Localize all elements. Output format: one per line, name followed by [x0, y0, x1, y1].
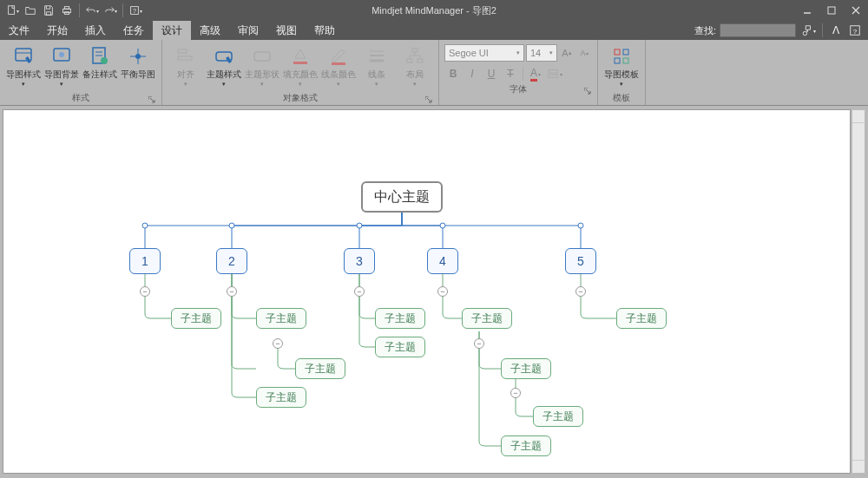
objformat-dialog-launcher[interactable]	[424, 95, 433, 104]
svg-rect-41	[615, 58, 620, 63]
svg-rect-26	[178, 56, 192, 60]
sub-topic[interactable]: 子主题	[375, 337, 425, 357]
print-icon[interactable]	[58, 2, 76, 19]
ribbon-group-font: Segoe UI▾ 14▾ A▴ A▾ B I U T A▾ ▾ 字体	[439, 40, 598, 105]
svg-rect-35	[407, 59, 412, 62]
svg-rect-25	[178, 49, 187, 53]
menu-help[interactable]: 帮助	[306, 21, 344, 40]
menu-insert[interactable]: 插入	[76, 21, 115, 40]
collapse-handle[interactable]: −	[227, 286, 237, 297]
topic-shape-button: 主题形状▾	[244, 42, 280, 87]
balance-map-icon	[127, 45, 149, 68]
topic-shape-icon	[251, 45, 273, 68]
collapse-handle[interactable]: −	[437, 286, 448, 297]
main-topic-3[interactable]: 3	[344, 248, 375, 274]
maximize-button[interactable]	[819, 0, 844, 21]
vertical-scrollbar[interactable]	[852, 109, 865, 474]
line-color-button: 线条颜色▾	[320, 42, 357, 87]
menu-design[interactable]: 设计	[153, 21, 191, 40]
collapse-handle[interactable]: −	[140, 286, 150, 297]
main-topic-5[interactable]: 5	[565, 248, 596, 274]
open-icon[interactable]	[22, 2, 39, 19]
ribbon-group-style: 导图样式▾ 导图背景▾ 备注样式 平衡导图 样式	[0, 40, 162, 105]
center-topic[interactable]: 中心主题	[361, 181, 443, 213]
svg-rect-42	[623, 58, 628, 63]
collapse-handle[interactable]: −	[354, 286, 365, 297]
minimize-button[interactable]	[795, 0, 819, 21]
sub-topic[interactable]: 子主题	[501, 435, 551, 456]
svg-rect-29	[293, 62, 307, 64]
svg-rect-38	[549, 75, 558, 78]
sub-topic[interactable]: 子主题	[256, 308, 306, 329]
fill-color-button: 填充颜色▾	[282, 42, 319, 87]
sub-topic[interactable]: 子主题	[295, 358, 345, 379]
map-template-button[interactable]: 导图模板▾	[603, 42, 640, 87]
grow-font-button: A▴	[559, 44, 575, 62]
svg-rect-36	[418, 59, 423, 62]
collapse-ribbon-icon[interactable]: ᐱ	[828, 21, 844, 40]
svg-point-47	[578, 223, 583, 228]
underline-button: U	[483, 65, 500, 82]
svg-point-46	[440, 223, 445, 228]
help-icon[interactable]: ?▾	[127, 2, 144, 19]
title-bar: ▾ ▾ ▾ ?▾ Mindjet MindManager - 导图2	[0, 0, 868, 21]
map-style-button[interactable]: 导图样式▾	[5, 42, 42, 87]
main-topic-4[interactable]: 4	[427, 248, 458, 274]
search-label: 查找:	[694, 24, 716, 37]
strikethrough-button: T	[502, 65, 519, 82]
sub-topic[interactable]: 子主题	[616, 308, 667, 329]
font-name-select[interactable]: Segoe UI▾	[444, 44, 524, 62]
svg-rect-28	[254, 52, 270, 61]
svg-point-15	[59, 52, 64, 57]
menu-start[interactable]: 开始	[38, 21, 76, 40]
svg-rect-34	[412, 49, 418, 52]
topic-style-icon	[213, 45, 235, 68]
collapse-handle[interactable]: −	[510, 388, 521, 398]
close-button[interactable]	[844, 0, 868, 21]
main-topic-2[interactable]: 2	[216, 248, 247, 274]
svg-rect-40	[623, 49, 628, 55]
sub-topic[interactable]: 子主题	[462, 308, 512, 329]
font-dialog-launcher[interactable]	[583, 87, 592, 95]
search-input[interactable]	[720, 23, 796, 37]
quick-access-toolbar: ▾ ▾ ▾ ?▾	[0, 2, 144, 19]
main-topic-1[interactable]: 1	[129, 248, 161, 274]
sub-topic[interactable]: 子主题	[171, 308, 221, 329]
menu-review[interactable]: 审阅	[229, 21, 267, 40]
redo-icon[interactable]: ▾	[102, 2, 119, 19]
sub-topic[interactable]: 子主题	[375, 308, 425, 329]
note-style-button[interactable]: 备注样式	[82, 42, 118, 79]
font-size-select[interactable]: 14▾	[526, 44, 557, 62]
layout-button: 布局▾	[397, 42, 433, 87]
map-background-button[interactable]: 导图背景▾	[43, 42, 80, 87]
new-doc-icon[interactable]: ▾	[3, 2, 21, 19]
fill-color-icon	[289, 45, 312, 68]
topic-style-button[interactable]: 主题样式▾	[206, 42, 242, 87]
sub-topic[interactable]: 子主题	[533, 406, 583, 427]
sub-topic[interactable]: 子主题	[501, 358, 551, 379]
ribbon-group-template: 导图模板▾ 模板	[598, 40, 646, 105]
map-background-icon	[50, 45, 73, 68]
collapse-handle[interactable]: −	[575, 286, 586, 297]
search-icon[interactable]: ▾	[799, 22, 817, 39]
collapse-handle[interactable]: −	[273, 338, 283, 349]
style-dialog-launcher[interactable]	[148, 95, 156, 104]
mindmap-canvas[interactable]: 中心主题 1 2 3 4 5 − − − − − 子主题 子主题 − 子主题 子…	[3, 109, 851, 474]
sub-topic[interactable]: 子主题	[256, 387, 306, 408]
balance-map-button[interactable]: 平衡导图	[120, 42, 156, 79]
undo-icon[interactable]: ▾	[83, 2, 101, 19]
svg-rect-30	[332, 62, 345, 65]
help-menu-icon[interactable]: ?	[847, 21, 863, 40]
highlight-button: ▾	[546, 65, 563, 82]
menu-advanced[interactable]: 高级	[191, 21, 229, 40]
line-color-icon	[327, 45, 350, 68]
menu-view[interactable]: 视图	[267, 21, 306, 40]
align-icon	[174, 45, 197, 68]
menu-file[interactable]: 文件	[0, 21, 38, 40]
collapse-handle[interactable]: −	[474, 338, 484, 349]
save-icon[interactable]	[40, 2, 57, 19]
font-color-button: A▾	[527, 65, 544, 82]
menu-task[interactable]: 任务	[115, 21, 153, 40]
svg-text:?: ?	[133, 8, 136, 14]
note-style-icon	[89, 45, 111, 68]
